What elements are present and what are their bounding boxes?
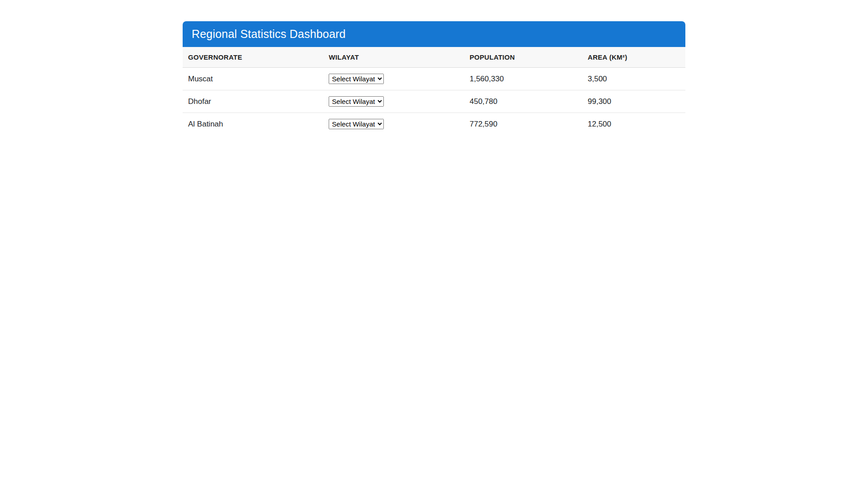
table-row: Muscat Select Wilayat 1,560,330 3,500 (183, 68, 685, 90)
governorate-cell: Muscat (183, 68, 323, 90)
table-row: Dhofar Select Wilayat 450,780 99,300 (183, 90, 685, 113)
wilayat-cell: Select Wilayat (323, 113, 464, 136)
wilayat-cell: Select Wilayat (323, 90, 464, 113)
wilayat-select[interactable]: Select Wilayat (329, 119, 384, 129)
wilayat-cell: Select Wilayat (323, 68, 464, 90)
column-header-area: AREA (KM²) (582, 47, 685, 68)
wilayat-select[interactable]: Select Wilayat (329, 96, 384, 107)
population-cell: 772,590 (464, 113, 582, 136)
table-row: Al Batinah Select Wilayat 772,590 12,500 (183, 113, 685, 136)
regional-stats-card: Regional Statistics Dashboard GOVERNORAT… (183, 21, 685, 135)
population-cell: 1,560,330 (464, 68, 582, 90)
area-cell: 3,500 (582, 68, 685, 90)
governorate-cell: Dhofar (183, 90, 323, 113)
page-title: Regional Statistics Dashboard (192, 28, 676, 41)
table-body: Muscat Select Wilayat 1,560,330 3,500 Dh… (183, 68, 685, 136)
card-header: Regional Statistics Dashboard (183, 21, 685, 47)
area-cell: 12,500 (582, 113, 685, 136)
governorate-cell: Al Batinah (183, 113, 323, 136)
column-header-population: POPULATION (464, 47, 582, 68)
population-cell: 450,780 (464, 90, 582, 113)
area-cell: 99,300 (582, 90, 685, 113)
table-header-row: GOVERNORATE WILAYAT POPULATION AREA (KM²… (183, 47, 685, 68)
wilayat-select[interactable]: Select Wilayat (329, 74, 384, 84)
stats-table: GOVERNORATE WILAYAT POPULATION AREA (KM²… (183, 47, 685, 135)
column-header-wilayat: WILAYAT (323, 47, 464, 68)
column-header-governorate: GOVERNORATE (183, 47, 323, 68)
